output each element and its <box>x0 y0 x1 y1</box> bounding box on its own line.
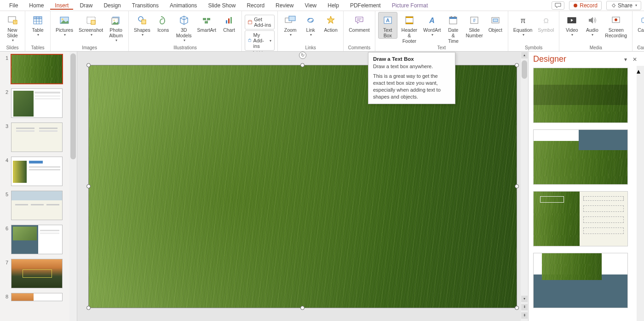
table-button[interactable]: Table ▾ <box>28 12 47 37</box>
slide-thumb-5[interactable] <box>11 191 63 220</box>
comment-button[interactable]: Comment <box>346 12 372 33</box>
scroll-up-icon[interactable]: ▴ <box>521 52 528 58</box>
new-slide-button[interactable]: + New Slide ▾ <box>3 12 22 43</box>
chevron-down-icon: ▾ <box>635 3 637 7</box>
record-button[interactable]: Record <box>569 1 602 10</box>
icons-label: Icons <box>157 26 169 33</box>
shapes-icon <box>137 15 147 25</box>
text-box-button[interactable]: A Text Box <box>378 12 397 39</box>
tab-home[interactable]: Home <box>24 1 48 10</box>
photo-album-button[interactable]: Photo Album ▾ <box>106 12 126 43</box>
resize-handle-ne[interactable] <box>515 63 519 67</box>
3d-models-button[interactable]: 3D Models ▾ <box>174 12 194 43</box>
cameo-button[interactable]: Cameo ▾ <box>635 12 644 37</box>
slide-thumb-8[interactable] <box>11 293 63 301</box>
resize-handle-n[interactable] <box>300 63 305 67</box>
tab-picture-format[interactable]: Picture Format <box>387 1 433 10</box>
tab-pdfelement[interactable]: PDFelement <box>345 1 385 10</box>
resize-handle-se[interactable] <box>515 306 519 310</box>
slide-thumb-7[interactable] <box>11 259 63 288</box>
resize-handle-w[interactable] <box>86 184 91 188</box>
screen-recording-button[interactable]: Screen Recording <box>603 12 629 39</box>
icons-button[interactable]: Icons <box>154 12 173 33</box>
resize-handle-s[interactable] <box>300 306 305 310</box>
my-addins-button[interactable]: My Add-ins ▾ <box>245 30 275 51</box>
audio-button[interactable]: Audio ▾ <box>582 12 602 37</box>
scroll-down-icon[interactable]: ▾ <box>521 296 528 302</box>
share-label: Share <box>618 2 632 9</box>
close-icon: ✕ <box>632 56 637 63</box>
slide-thumb-2[interactable] <box>11 88 63 118</box>
slide-number-6: 6 <box>3 225 8 231</box>
slide-thumb-1[interactable] <box>11 54 63 84</box>
text-box-label: Text Box <box>383 26 392 38</box>
tab-insert[interactable]: Insert <box>50 1 73 10</box>
scroll-up-icon[interactable]: ▴ <box>637 67 644 76</box>
comments-toggle[interactable] <box>552 1 564 10</box>
slide-thumb-3[interactable] <box>11 123 63 152</box>
header-footer-button[interactable]: Header & Footer <box>398 12 420 44</box>
chart-icon <box>224 15 234 25</box>
tab-help[interactable]: Help <box>323 1 344 10</box>
slide-number-button[interactable]: # Slide Number <box>464 12 484 39</box>
design-suggestion-2[interactable] <box>533 129 628 185</box>
tab-animations[interactable]: Animations <box>165 1 201 10</box>
rotation-handle[interactable]: ↻ <box>299 52 306 59</box>
tab-draw[interactable]: Draw <box>75 1 97 10</box>
video-button[interactable]: Video ▾ <box>562 12 581 37</box>
action-button[interactable]: Action <box>321 12 340 33</box>
tab-file[interactable]: File <box>5 1 23 10</box>
equation-button[interactable]: π Equation ▾ <box>511 12 535 37</box>
tab-slideshow[interactable]: Slide Show <box>203 1 240 10</box>
share-icon <box>610 3 616 8</box>
scrollbar-thumb[interactable] <box>637 77 644 133</box>
pictures-button[interactable]: Pictures ▾ <box>53 12 75 37</box>
next-slide-icon[interactable]: ⇟ <box>521 312 528 319</box>
svg-text:A: A <box>386 18 390 23</box>
date-time-button[interactable]: Date & Time <box>443 12 463 44</box>
resize-handle-nw[interactable] <box>86 63 91 67</box>
object-button[interactable]: Object <box>486 12 505 33</box>
screenshot-button[interactable]: Screenshot ▾ <box>76 12 105 37</box>
pictures-icon <box>59 15 69 25</box>
prev-slide-icon[interactable]: ⇞ <box>521 304 528 310</box>
smartart-button[interactable]: SmartArt <box>195 12 218 33</box>
cameo-icon <box>640 15 644 25</box>
get-addins-label: Get Add-ins <box>254 17 271 28</box>
tab-review[interactable]: Review <box>271 1 298 10</box>
shapes-button[interactable]: Shapes ▾ <box>132 12 153 37</box>
design-suggestion-4[interactable] <box>533 253 628 308</box>
wordart-button[interactable]: A WordArt ▾ <box>421 12 443 37</box>
slide-canvas-area[interactable]: ↻ ▴ ▾ ⇞ ⇟ <box>77 52 528 321</box>
zoom-button[interactable]: Zoom ▾ <box>281 12 300 37</box>
design-suggestion-1[interactable] <box>533 68 628 123</box>
svg-rect-27 <box>249 39 250 40</box>
designer-menu-button[interactable]: ▾ <box>621 55 630 64</box>
comment-label: Comment <box>349 26 370 33</box>
scrollbar-thumb[interactable] <box>70 53 76 159</box>
tab-design[interactable]: Design <box>99 1 125 10</box>
designer-scrollbar[interactable]: ▴ <box>637 66 644 321</box>
chart-button[interactable]: Chart <box>219 12 239 33</box>
resize-handle-sw[interactable] <box>86 306 91 310</box>
resize-handle-e[interactable] <box>515 184 519 188</box>
get-addins-button[interactable]: Get Add-ins <box>245 15 275 29</box>
thumbnail-scrollbar[interactable] <box>69 52 77 321</box>
scrollbar-thumb[interactable] <box>522 60 527 79</box>
tab-view[interactable]: View <box>300 1 321 10</box>
designer-close-button[interactable]: ✕ <box>630 55 639 64</box>
slide-thumb-6[interactable] <box>11 225 63 254</box>
svg-rect-18 <box>142 20 146 24</box>
canvas-scrollbar[interactable]: ▴ ▾ ⇞ ⇟ <box>521 52 528 321</box>
object-icon <box>490 15 500 25</box>
link-button[interactable]: Link ▾ <box>301 12 320 37</box>
share-button[interactable]: Share ▾ <box>606 1 641 10</box>
tab-record[interactable]: Record <box>242 1 269 10</box>
tab-transitions[interactable]: Transitions <box>127 1 163 10</box>
slide-number-icon: # <box>469 15 479 25</box>
slide-thumb-4[interactable] <box>11 157 63 186</box>
design-suggestion-3[interactable] <box>533 191 628 246</box>
collapse-ribbon-button[interactable]: ︿ <box>637 44 641 50</box>
chevron-down-icon: ▾ <box>142 33 144 37</box>
link-label: Link <box>306 26 315 33</box>
